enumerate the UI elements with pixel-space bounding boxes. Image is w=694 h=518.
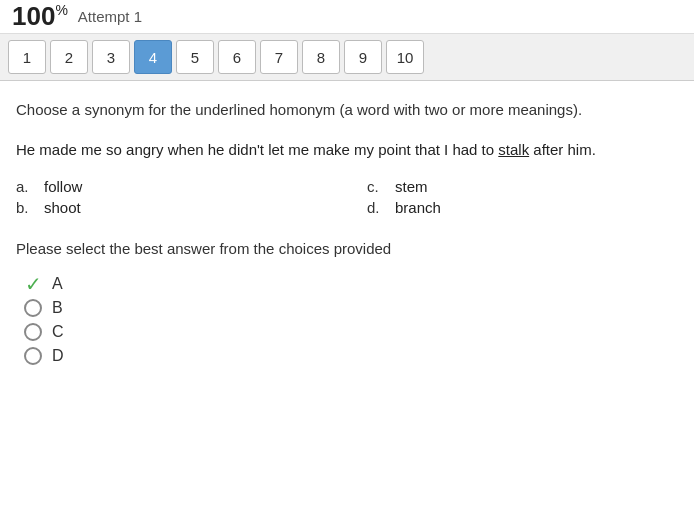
choice-label: d. xyxy=(367,199,387,216)
tab-6[interactable]: 6 xyxy=(218,40,256,74)
choice-label: b. xyxy=(16,199,36,216)
sentence-after: after him. xyxy=(533,141,596,158)
answer-option-d[interactable]: D xyxy=(24,347,678,365)
header: 100% Attempt 1 xyxy=(0,0,694,34)
please-select-text: Please select the best answer from the c… xyxy=(16,240,678,257)
radio-correct: ✓ xyxy=(24,275,42,293)
answer-option-c[interactable]: C xyxy=(24,323,678,341)
option-label: C xyxy=(52,323,64,341)
choice-item: c. stem xyxy=(367,178,678,195)
tab-5[interactable]: 5 xyxy=(176,40,214,74)
choice-text: follow xyxy=(44,178,82,195)
tab-1[interactable]: 1 xyxy=(8,40,46,74)
tab-8[interactable]: 8 xyxy=(302,40,340,74)
question-tabs: 12345678910 xyxy=(0,34,694,81)
sentence-before: He made me so angry when he didn't let m… xyxy=(16,141,494,158)
score-suffix: % xyxy=(55,2,67,18)
choice-label: a. xyxy=(16,178,36,195)
radio-circle[interactable] xyxy=(24,347,42,365)
option-label: A xyxy=(52,275,63,293)
keyword: stalk xyxy=(498,141,529,158)
answer-option-a[interactable]: ✓ A xyxy=(24,275,678,293)
main-content: Choose a synonym for the underlined homo… xyxy=(0,81,694,381)
tab-10[interactable]: 10 xyxy=(386,40,424,74)
option-label: D xyxy=(52,347,64,365)
choice-item: b. shoot xyxy=(16,199,327,216)
tab-9[interactable]: 9 xyxy=(344,40,382,74)
choice-label: c. xyxy=(367,178,387,195)
radio-circle[interactable] xyxy=(24,299,42,317)
answer-option-b[interactable]: B xyxy=(24,299,678,317)
attempt-label: Attempt 1 xyxy=(78,8,142,25)
choice-text: shoot xyxy=(44,199,81,216)
check-icon: ✓ xyxy=(25,274,42,294)
choice-item: a. follow xyxy=(16,178,327,195)
tab-4[interactable]: 4 xyxy=(134,40,172,74)
choice-text: branch xyxy=(395,199,441,216)
tab-7[interactable]: 7 xyxy=(260,40,298,74)
choice-text: stem xyxy=(395,178,428,195)
answer-options: ✓ A B C D xyxy=(16,275,678,365)
radio-circle[interactable] xyxy=(24,323,42,341)
tab-2[interactable]: 2 xyxy=(50,40,88,74)
tab-3[interactable]: 3 xyxy=(92,40,130,74)
score-display: 100% xyxy=(12,1,68,32)
choice-item: d. branch xyxy=(367,199,678,216)
score-value: 100 xyxy=(12,1,55,31)
choices-grid: a. followc. stemb. shootd. branch xyxy=(16,178,678,216)
instruction-text: Choose a synonym for the underlined homo… xyxy=(16,101,678,118)
option-label: B xyxy=(52,299,63,317)
sentence: He made me so angry when he didn't let m… xyxy=(16,138,678,162)
